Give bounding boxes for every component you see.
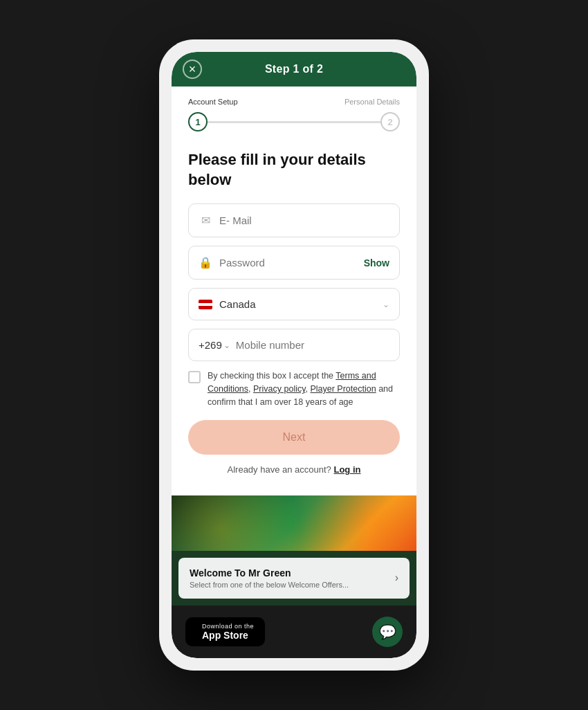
player-protection-link[interactable]: Player Protection <box>310 384 376 394</box>
app-store-button[interactable]: Download on the App Store <box>185 617 265 646</box>
next-button[interactable]: Next <box>188 420 400 455</box>
progress-section: Account Setup Personal Details 1 2 <box>172 87 416 138</box>
email-input-group: ✉ <box>188 203 400 237</box>
phone-screen: × Step 1 of 2 Account Setup Personal Det… <box>172 52 416 657</box>
show-password-button[interactable]: Show <box>364 257 389 268</box>
chat-button[interactable]: 💬 <box>372 617 403 647</box>
country-select[interactable]: Canada <box>219 298 383 310</box>
welcome-text-block: Welcome To Mr Green Select from one of t… <box>190 567 395 589</box>
phone-input[interactable] <box>236 339 389 351</box>
form-title: Please fill in your details below <box>188 150 400 190</box>
progress-bar: 1 2 <box>188 111 400 132</box>
step2-circle: 2 <box>380 112 400 131</box>
terms-text: By checking this box I accept the Terms … <box>208 370 400 408</box>
welcome-subtitle: Select from one of the below Welcome Off… <box>190 581 395 589</box>
email-icon: ✉ <box>199 214 212 227</box>
password-input-group: 🔒 Show <box>188 246 400 280</box>
country-select-group: Canada ⌄ <box>188 288 400 320</box>
form-section: Please fill in your details below ✉ 🔒 Sh… <box>172 138 416 495</box>
app-store-text: Download on the App Store <box>202 623 254 641</box>
chevron-down-icon: ⌄ <box>383 300 389 309</box>
bottom-bar: Download on the App Store 💬 <box>172 606 416 658</box>
privacy-link[interactable]: Privacy policy <box>253 384 305 394</box>
step1-circle: 1 <box>188 112 208 131</box>
already-account-text: Already have an account? <box>228 464 331 475</box>
terms-checkbox-section: By checking this box I accept the Terms … <box>188 370 400 408</box>
banner-image <box>172 495 416 551</box>
login-link[interactable]: Log in <box>333 464 360 475</box>
lock-icon: 🔒 <box>199 256 212 269</box>
close-icon: × <box>189 62 196 77</box>
app-store-label: Download on the <box>202 623 254 630</box>
phone-chevron-icon: ⌄ <box>223 340 230 350</box>
banner-decorative <box>172 495 416 551</box>
close-button[interactable]: × <box>183 60 202 79</box>
app-store-name: App Store <box>202 630 254 641</box>
phone-input-group: +269 ⌄ <box>188 329 400 361</box>
phone-prefix: +269 <box>199 339 222 351</box>
phone-frame: × Step 1 of 2 Account Setup Personal Det… <box>159 39 429 670</box>
terms-checkbox[interactable] <box>188 371 201 383</box>
email-input[interactable] <box>219 215 389 226</box>
header: × Step 1 of 2 <box>172 52 416 87</box>
chevron-right-icon: › <box>395 572 398 584</box>
flag-icon <box>199 300 212 309</box>
welcome-banner[interactable]: Welcome To Mr Green Select from one of t… <box>172 495 416 606</box>
login-section: Already have an account? Log in <box>188 464 400 475</box>
progress-line <box>208 121 380 123</box>
progress-labels: Account Setup Personal Details <box>188 98 400 106</box>
step1-label: Account Setup <box>188 98 238 106</box>
welcome-title: Welcome To Mr Green <box>190 567 395 579</box>
welcome-banner-content[interactable]: Welcome To Mr Green Select from one of t… <box>178 558 410 599</box>
step2-label: Personal Details <box>344 98 400 106</box>
header-title: Step 1 of 2 <box>265 63 323 75</box>
chat-icon: 💬 <box>379 623 396 640</box>
password-input[interactable] <box>219 257 364 268</box>
